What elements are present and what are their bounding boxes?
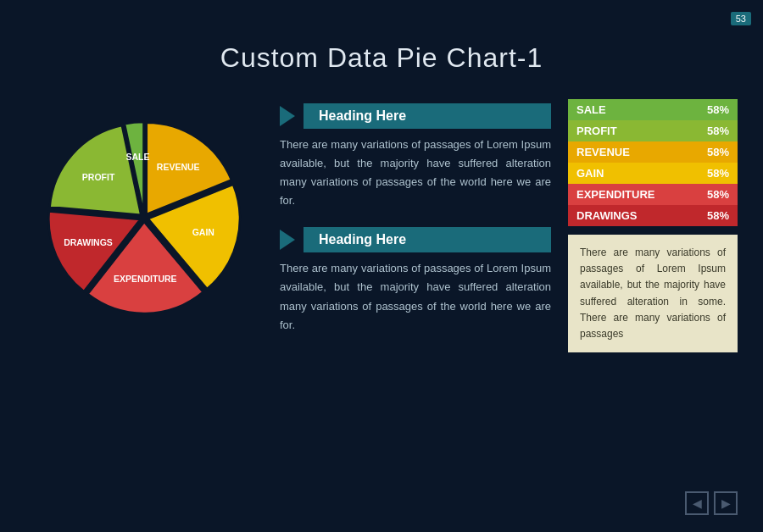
legend-item-sale: SALE58%: [568, 99, 738, 120]
prev-button[interactable]: ◀: [685, 491, 709, 515]
svg-text:PROFIT: PROFIT: [82, 172, 115, 182]
heading-row-1: Heading Here: [280, 103, 551, 129]
block-text-1: There are many variations of passages of…: [280, 136, 551, 210]
heading-row-2: Heading Here: [280, 227, 551, 252]
legend-item-drawings: DRAWINGS58%: [568, 205, 738, 226]
page-title: Custom Data Pie Chart-1: [0, 0, 763, 74]
nav-buttons: ◀ ▶: [685, 491, 738, 515]
main-content: REVENUEGAINEXPENDITUREDRAWINGSPROFITSALE…: [0, 99, 763, 352]
legend-pct: 58%: [707, 167, 729, 180]
svg-text:DRAWINGS: DRAWINGS: [64, 237, 113, 247]
legend-pct: 58%: [707, 146, 729, 158]
block-text-2: There are many variations of passages of…: [280, 259, 551, 334]
page-number: 53: [731, 12, 751, 25]
info-box: There are many variations of passages of…: [568, 235, 738, 352]
legend-pct: 58%: [707, 125, 729, 137]
heading-tag-1: Heading Here: [304, 103, 551, 129]
arrow-icon-2: [280, 230, 295, 250]
middle-section: Heading Here There are many variations o…: [280, 99, 551, 335]
legend-item-profit: PROFIT58%: [568, 120, 738, 141]
legend-label: EXPENDITURE: [576, 188, 654, 201]
right-section: SALE58%PROFIT58%REVENUE58%GAIN58%EXPENDI…: [568, 99, 738, 352]
legend-label: REVENUE: [576, 146, 630, 158]
heading-tag-2: Heading Here: [304, 227, 551, 252]
legend-pct: 58%: [707, 188, 729, 201]
next-button[interactable]: ▶: [714, 491, 738, 515]
legend-item-gain: GAIN58%: [568, 163, 738, 184]
svg-text:REVENUE: REVENUE: [157, 162, 200, 172]
legend-item-revenue: REVENUE58%: [568, 141, 738, 163]
heading-block-2: Heading Here There are many variations o…: [280, 227, 551, 334]
arrow-icon-1: [280, 106, 295, 126]
pie-chart: REVENUEGAINEXPENDITUREDRAWINGSPROFITSALE: [25, 99, 263, 336]
legend-label: SALE: [576, 103, 606, 116]
legend-pct: 58%: [707, 103, 729, 116]
legend-label: DRAWINGS: [576, 209, 638, 222]
legend-pct: 58%: [707, 209, 729, 222]
legend-label: PROFIT: [576, 125, 617, 137]
svg-text:GAIN: GAIN: [192, 227, 214, 237]
legend-item-expenditure: EXPENDITURE58%: [568, 184, 738, 205]
svg-text:SALE: SALE: [125, 152, 149, 162]
heading-block-1: Heading Here There are many variations o…: [280, 103, 551, 210]
legend-label: GAIN: [576, 167, 604, 180]
svg-text:EXPENDITURE: EXPENDITURE: [114, 274, 177, 284]
